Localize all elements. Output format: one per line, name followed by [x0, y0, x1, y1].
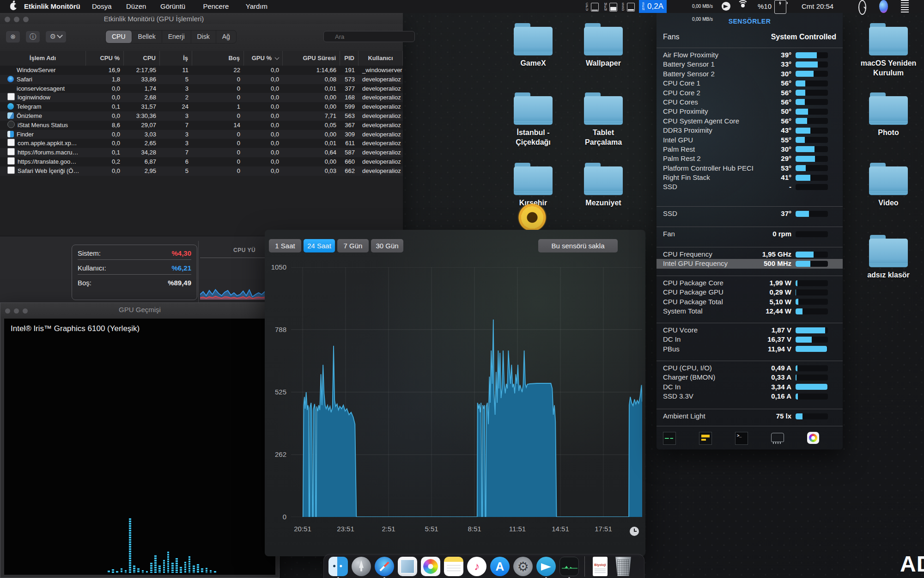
sensor-row[interactable]: Right Fin Stack41° [657, 173, 843, 182]
sensor-row[interactable]: CPU Vcore1,87 V [657, 326, 843, 335]
sensor-row[interactable]: Palm Rest 229° [657, 154, 843, 163]
istat-gauge-icon[interactable] [807, 432, 819, 444]
desktop-folder-i-stanbul-i-ekda-[interactable]: İstanbul - Çiçekdağı [498, 96, 568, 147]
desktop-folder-wallpaper[interactable]: Wallpaper [569, 27, 638, 68]
range-button-1-saat[interactable]: 1 Saat [269, 239, 301, 252]
sensor-row[interactable]: Air Flow Proximity39° [657, 50, 843, 60]
notification-center-icon[interactable] [901, 0, 909, 13]
tab-cpu[interactable]: CPU [106, 31, 132, 43]
range-button-30-gün[interactable]: 30 Gün [371, 239, 403, 252]
range-button-7-gün[interactable]: 7 Gün [337, 239, 369, 252]
ssd-menubar-meter[interactable]: SSD [622, 0, 635, 13]
siri-icon[interactable] [879, 0, 888, 13]
sensor-row[interactable]: CPU Core 156° [657, 79, 843, 88]
sensor-row[interactable]: CPU Cores56° [657, 98, 843, 107]
sensor-row[interactable]: Intel GPU Frequency500 MHz [657, 259, 843, 268]
dock-item-music[interactable] [466, 556, 487, 577]
table-row[interactable]: iconservicesagent0,01,74300,00,01377deve… [0, 84, 403, 93]
dock-item-activity-monitor[interactable] [559, 556, 580, 577]
table-row[interactable]: Safari1,833,86500,00,08573developeralioz [0, 75, 403, 84]
sensor-row[interactable]: CPU Package Total5,10 W [657, 297, 843, 307]
sensor-row[interactable]: SSD37° [657, 209, 843, 218]
tab-ağ[interactable]: Ağ [216, 31, 236, 43]
table-row[interactable]: Finder0,03,03300,00,00309developeralioz [0, 130, 403, 139]
save-sensor-button[interactable]: Bu sensörü sakla [538, 239, 618, 252]
desktop-folder-tablet-par-alama[interactable]: Tablet Parçalama [569, 96, 638, 147]
sensor-row[interactable]: CPU (CPU, I/O)0,49 A [657, 363, 843, 373]
sensor-row[interactable]: System Total12,44 W [657, 307, 843, 316]
cpu-menubar-meter[interactable]: CPU [586, 0, 599, 13]
table-row[interactable]: com.apple.appkit.xp…0,02,65300,00,01611d… [0, 139, 403, 148]
wifi-icon[interactable] [738, 0, 748, 13]
telegram-menubar-icon[interactable] [722, 0, 730, 13]
dock-item-photos[interactable] [420, 556, 441, 577]
gpu-history-titlebar[interactable]: GPU Geçmişi [0, 303, 279, 317]
sensor-row[interactable]: CPU Proximity50° [657, 107, 843, 116]
sensor-row[interactable]: Battery Sensor 230° [657, 69, 843, 79]
dock-item-finder[interactable] [328, 556, 349, 577]
table-row[interactable]: Telegram0,131,572410,00,00599developeral… [0, 102, 403, 111]
column-header-6[interactable]: GPU Süresi [283, 51, 340, 66]
network-menubar-item[interactable]: 0,00 MB/s 0,00 MB/s [669, 0, 713, 13]
menu-yardım[interactable]: Yardım [245, 0, 268, 13]
terminal-icon[interactable] [735, 432, 748, 445]
table-row[interactable]: loginwindow0,02,68200,00,00168developera… [0, 93, 403, 102]
column-header-5[interactable]: GPU % [244, 51, 283, 66]
apple-menu-icon[interactable] [10, 3, 17, 10]
app-menu-title[interactable]: Etkinlik Monitörü [24, 0, 80, 13]
column-header-2[interactable]: CPU Süresi [124, 51, 160, 66]
fans-row[interactable]: Fans System Controlled [663, 33, 836, 41]
dock-item-app-store[interactable] [489, 556, 511, 577]
sensor-row[interactable]: Ambient Light75 lx [657, 412, 843, 421]
sensor-row[interactable]: CPU Package GPU0,29 W [657, 288, 843, 297]
memory-menubar-meter[interactable]: MEM [604, 0, 617, 13]
column-header-0[interactable]: İşlem Adı [0, 51, 86, 66]
dock-item-biyoloji-document[interactable]: Biyoloji [590, 556, 611, 577]
range-button-24-saat[interactable]: 24 Saat [304, 239, 335, 252]
sensor-row[interactable]: DC In16,37 V [657, 335, 843, 344]
desktop-folder-k-r-ehir[interactable]: Kırşehir [498, 166, 568, 208]
column-header-4[interactable]: Boş Kaldığında… [192, 51, 244, 66]
activity-graph-icon[interactable] [663, 432, 676, 445]
sensors-menubar-item[interactable]: SEN 0,2A [639, 0, 667, 13]
sensor-row[interactable]: CPU Core 256° [657, 88, 843, 98]
clock-icon[interactable] [630, 527, 639, 536]
inspect-process-button[interactable]: ⓘ [25, 31, 40, 43]
sensor-row[interactable]: Intel GPU55° [657, 135, 843, 145]
column-header-3[interactable]: İş Parça… [160, 51, 192, 66]
dock-item-telegram[interactable] [535, 556, 557, 577]
tab-bellek[interactable]: Bellek [132, 31, 162, 43]
chip-clamp-icon[interactable] [771, 433, 784, 442]
dock-item-launchpad[interactable] [351, 556, 372, 577]
menu-dosya[interactable]: Dosya [91, 0, 113, 13]
column-header-1[interactable]: CPU % [86, 51, 124, 66]
column-header-8[interactable]: Kullanıcı [359, 51, 403, 66]
spotlight-search-icon[interactable] [858, 0, 866, 15]
dock-item-mail[interactable] [397, 556, 418, 577]
battery-charging-icon[interactable] [774, 0, 786, 14]
table-row[interactable]: Safari Web İçeriği (Ö…0,02,95500,00,0366… [0, 166, 403, 176]
menubar-clock[interactable]: Cmt 20:54 [802, 0, 833, 13]
tab-disk[interactable]: Disk [191, 31, 216, 43]
warning-badge-icon[interactable] [699, 432, 712, 445]
sensor-row[interactable]: SSD 3.3V0,16 A [657, 392, 843, 401]
table-row[interactable]: Önizleme0,03:30,36300,07,71563developera… [0, 111, 403, 121]
sensor-row[interactable]: Fan0 rpm [657, 229, 843, 239]
dock-item-system-preferences[interactable] [512, 556, 534, 577]
dock-item-trash[interactable] [613, 556, 634, 577]
gear-menu-button[interactable]: ⚙ [45, 31, 67, 43]
sensor-row[interactable]: CPU Frequency1,95 GHz [657, 250, 843, 259]
desktop-folder-macos-yeniden-kurulum[interactable]: macOS Yeniden Kurulum [854, 27, 923, 78]
sensor-row[interactable]: Battery Sensor 133° [657, 60, 843, 69]
table-header[interactable]: İşlem AdıCPU %CPU Süresiİş Parça…Boş Kal… [0, 51, 403, 66]
sensor-row[interactable]: Palm Rest30° [657, 145, 843, 154]
sensor-row[interactable]: DDR3 Proximity43° [657, 126, 843, 135]
desktop-folder-gamex[interactable]: GameX [498, 27, 568, 68]
sensor-row[interactable]: CPU Package Core1,99 W [657, 278, 843, 288]
desktop-folder-video[interactable]: Video [854, 166, 923, 208]
activity-monitor-titlebar[interactable]: Etkinlik Monitörü (GPU İşlemleri) [0, 13, 403, 24]
dock-item-notes[interactable] [443, 556, 464, 577]
sensor-row[interactable]: SSD- [657, 182, 843, 191]
desktop-folder-photo[interactable]: Photo [854, 96, 923, 137]
sensor-row[interactable]: DC In3,34 A [657, 382, 843, 392]
